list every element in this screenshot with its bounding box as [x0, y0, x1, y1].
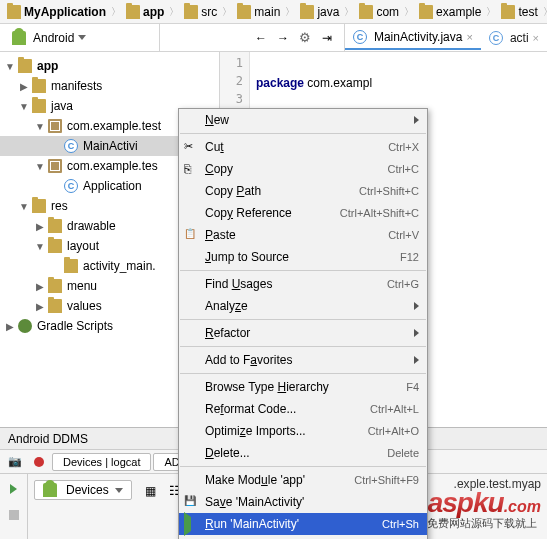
tree-toggle-icon[interactable]: ▶: [34, 220, 46, 232]
menu-item[interactable]: Find UsagesCtrl+G: [179, 273, 427, 295]
class-icon: [64, 139, 78, 153]
breadcrumb-item[interactable]: src: [181, 5, 220, 19]
folder-icon: [237, 5, 251, 19]
class-icon: [489, 31, 503, 45]
android-icon: [43, 483, 57, 497]
breadcrumb-item[interactable]: main: [234, 5, 283, 19]
module-icon: [126, 5, 140, 19]
toolbar: Android ← → ⇥ MainActivity.java×acti×: [0, 24, 547, 52]
folder-icon: [300, 5, 314, 19]
tree-item[interactable]: ▶manifests: [0, 76, 219, 96]
disk-icon: 💾: [184, 495, 198, 509]
menu-item[interactable]: 💾Save 'MainActivity': [179, 491, 427, 513]
project-view-label: Android: [33, 31, 74, 45]
folder-icon: [48, 239, 62, 253]
tree-toggle-icon[interactable]: ▼: [34, 240, 46, 252]
tree-toggle-icon[interactable]: [50, 180, 62, 192]
context-menu: New✂CutCtrl+X⎘CopyCtrl+CCopy PathCtrl+Sh…: [178, 108, 428, 539]
module-icon: [7, 5, 21, 19]
folder-icon: [359, 5, 373, 19]
tree-toggle-icon[interactable]: ▼: [18, 100, 30, 112]
editor-tabs: MainActivity.java×acti×: [345, 24, 547, 51]
menu-item[interactable]: Reformat Code...Ctrl+Alt+L: [179, 398, 427, 420]
tree-toggle-icon[interactable]: ▼: [4, 60, 16, 72]
menu-item[interactable]: Browse Type HierarchyF4: [179, 376, 427, 398]
screenshot-button[interactable]: [4, 451, 26, 473]
breadcrumb-item[interactable]: example: [416, 5, 484, 19]
settings-button[interactable]: [294, 27, 316, 49]
nav-back-button[interactable]: ←: [250, 27, 272, 49]
module-icon: [18, 59, 32, 73]
tab-devices-logcat[interactable]: Devices | logcat: [52, 453, 151, 471]
menu-item[interactable]: ✂CutCtrl+X: [179, 136, 427, 158]
paste-icon: 📋: [184, 228, 198, 242]
menu-item[interactable]: Optimize Imports...Ctrl+Alt+O: [179, 420, 427, 442]
editor-tab[interactable]: acti×: [481, 26, 547, 50]
tree-toggle-icon[interactable]: [50, 140, 62, 152]
tree-item[interactable]: ▼app: [0, 56, 219, 76]
submenu-arrow-icon: [414, 116, 419, 124]
ddms-side-toolbar: [0, 474, 28, 539]
menu-item[interactable]: Delete...Delete: [179, 442, 427, 464]
folder-icon: [184, 5, 198, 19]
menu-item[interactable]: Add to Favorites: [179, 349, 427, 371]
folder-icon: [48, 299, 62, 313]
menu-item[interactable]: Jump to SourceF12: [179, 246, 427, 268]
chevron-down-icon: [78, 35, 86, 40]
folder-icon: [48, 279, 62, 293]
nav-fwd-button[interactable]: →: [272, 27, 294, 49]
breadcrumb-item[interactable]: test: [498, 5, 540, 19]
menu-item[interactable]: Debug 'MainActivity': [179, 535, 427, 539]
grid-view-button[interactable]: ▦: [140, 480, 162, 502]
menu-item[interactable]: New: [179, 109, 427, 131]
close-icon[interactable]: ×: [533, 32, 539, 44]
tree-toggle-icon[interactable]: ▶: [34, 280, 46, 292]
record-button[interactable]: [28, 451, 50, 473]
tree-toggle-icon[interactable]: ▼: [34, 160, 46, 172]
device-dropdown[interactable]: Devices: [34, 480, 132, 500]
android-icon: [12, 31, 26, 45]
tree-toggle-icon[interactable]: ▶: [4, 320, 16, 332]
tree-toggle-icon[interactable]: [50, 260, 62, 272]
breadcrumb: MyApplication〉app〉src〉main〉java〉com〉exam…: [0, 0, 547, 24]
folder-icon: [501, 5, 515, 19]
submenu-arrow-icon: [414, 329, 419, 337]
tree-toggle-icon[interactable]: ▼: [34, 120, 46, 132]
watermark-sub: 免费网站源码下载就上: [427, 516, 537, 531]
menu-item[interactable]: Copy ReferenceCtrl+Alt+Shift+C: [179, 202, 427, 224]
menu-item[interactable]: Refactor: [179, 322, 427, 344]
editor-tab[interactable]: MainActivity.java×: [345, 26, 481, 50]
menu-item[interactable]: Run 'MainActivity'Ctrl+Sh: [179, 513, 427, 535]
breadcrumb-item[interactable]: app: [123, 5, 167, 19]
tree-toggle-icon[interactable]: ▶: [34, 300, 46, 312]
device-label: Devices: [66, 483, 109, 497]
watermark-logo: aspku.com: [428, 487, 541, 519]
xml-icon: [64, 259, 78, 273]
copy-icon: ⎘: [184, 162, 198, 176]
cut-icon: ✂: [184, 140, 198, 154]
class-icon: [64, 179, 78, 193]
submenu-arrow-icon: [414, 302, 419, 310]
play-icon: [184, 517, 198, 531]
folder-icon: [48, 219, 62, 233]
close-icon[interactable]: ×: [466, 31, 472, 43]
menu-item[interactable]: Make Module 'app'Ctrl+Shift+F9: [179, 469, 427, 491]
menu-item[interactable]: Analyze: [179, 295, 427, 317]
class-icon: [353, 30, 367, 44]
breadcrumb-item[interactable]: java: [297, 5, 342, 19]
pkg-icon: [48, 159, 62, 173]
menu-item[interactable]: 📋PasteCtrl+V: [179, 224, 427, 246]
menu-item[interactable]: Copy PathCtrl+Shift+C: [179, 180, 427, 202]
breadcrumb-item[interactable]: MyApplication: [4, 5, 109, 19]
res-icon: [32, 199, 46, 213]
breadcrumb-item[interactable]: com: [356, 5, 402, 19]
tree-toggle-icon[interactable]: ▶: [18, 80, 30, 92]
collapse-button[interactable]: ⇥: [316, 27, 338, 49]
run-button[interactable]: [3, 478, 25, 500]
gradle-icon: [18, 319, 32, 333]
project-view-dropdown[interactable]: Android: [6, 31, 92, 45]
folder-icon: [32, 99, 46, 113]
stop-button[interactable]: [3, 504, 25, 526]
menu-item[interactable]: ⎘CopyCtrl+C: [179, 158, 427, 180]
tree-toggle-icon[interactable]: ▼: [18, 200, 30, 212]
